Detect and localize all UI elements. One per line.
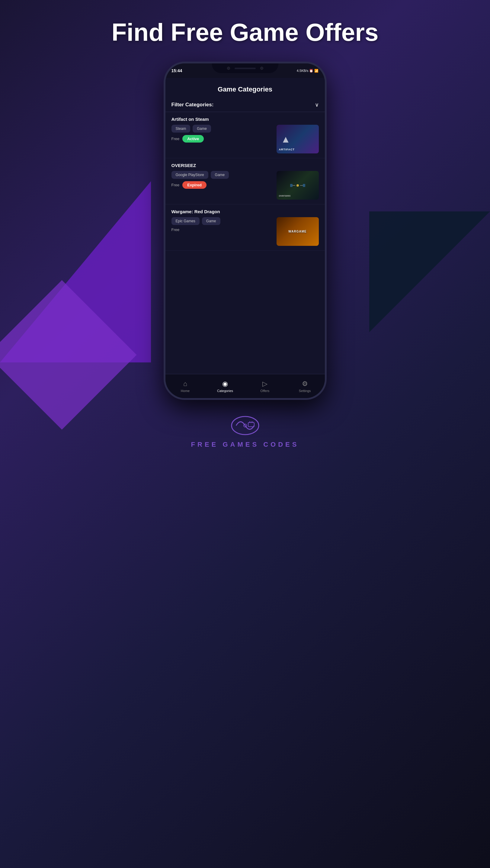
filter-label: Filter Categories: xyxy=(171,102,214,108)
filter-section: Filter Categories: ∨ xyxy=(165,98,325,112)
status-badge-expired[interactable]: Expired xyxy=(182,181,206,189)
phone-screen: Game Categories Filter Categories: ∨ Art… xyxy=(165,78,325,398)
price-status-row-wargame: Free xyxy=(171,227,273,232)
game-content-artifact: Steam Game Free Active ARTIFACT xyxy=(171,125,319,153)
camera-dot-2 xyxy=(260,67,263,70)
game-tags-area-artifact: Steam Game Free Active xyxy=(171,125,273,143)
game-content-wargame: Epic Games Game Free WARGAME xyxy=(171,217,319,246)
speaker-bar xyxy=(235,68,256,69)
page-title: Find Free Game Offers xyxy=(111,18,378,46)
status-badge-active[interactable]: Active xyxy=(182,135,204,143)
game-image-artifact: ARTIFACT xyxy=(276,125,319,153)
categories-icon: ◉ xyxy=(222,380,228,388)
price-artifact: Free xyxy=(171,136,179,141)
tags-row-wargame: Epic Games Game xyxy=(171,217,273,225)
nav-label-offers: Offers xyxy=(261,389,270,393)
home-icon: ⌂ xyxy=(183,380,187,388)
tags-row-artifact: Steam Game xyxy=(171,125,273,132)
bg-triangle-right xyxy=(369,211,490,332)
artifact-image-bg: ARTIFACT xyxy=(276,125,319,153)
game-item-wargame[interactable]: Wargame: Red Dragon Epic Games Game Free xyxy=(165,205,325,251)
game-title-overseez: OVERSEEZ xyxy=(171,163,319,168)
screen-title: Game Categories xyxy=(218,86,272,93)
phone-outer-shell: 15:44 4.5KB/s ⏰ 📶 Game Categories Filter… xyxy=(164,62,327,400)
game-title-wargame: Wargame: Red Dragon xyxy=(171,209,319,214)
game-title-artifact: Artifact on Steam xyxy=(171,117,319,122)
tags-row-overseez: Google PlayStore Game xyxy=(171,171,273,179)
phone-side-button-right xyxy=(325,154,327,187)
tag-game-artifact[interactable]: Game xyxy=(193,125,211,132)
price-status-row-overseez: Free Expired xyxy=(171,181,273,189)
screen-header: Game Categories xyxy=(165,78,325,98)
svg-rect-7 xyxy=(248,423,254,427)
game-image-wargame: WARGAME xyxy=(276,217,319,246)
offers-icon: ▷ xyxy=(262,380,267,388)
chevron-down-icon: ∨ xyxy=(315,101,319,108)
game-item-overseez[interactable]: OVERSEEZ Google PlayStore Game Free Expi… xyxy=(165,158,325,205)
game-tags-area-wargame: Epic Games Game Free xyxy=(171,217,273,232)
tag-google-playstore[interactable]: Google PlayStore xyxy=(171,171,208,179)
bottom-navigation: ⌂ Home ◉ Categories ▷ Offers ⚙ Settings xyxy=(165,374,325,398)
logo-icon xyxy=(230,415,260,436)
nav-item-categories[interactable]: ◉ Categories xyxy=(205,374,245,398)
nav-label-categories: Categories xyxy=(217,389,233,393)
phone-side-button-left xyxy=(164,139,165,160)
nav-item-home[interactable]: ⌂ Home xyxy=(165,374,205,398)
nav-item-settings[interactable]: ⚙ Settings xyxy=(285,374,325,398)
footer-logo-text: FREE GAMES CODES xyxy=(191,441,299,448)
bottom-logo-area: FREE GAMES CODES xyxy=(191,415,299,448)
price-wargame: Free xyxy=(171,227,179,232)
status-time: 15:44 xyxy=(171,68,182,73)
tag-game-overseez[interactable]: Game xyxy=(211,171,229,179)
phone-notch xyxy=(212,63,279,73)
price-overseez: Free xyxy=(171,183,179,187)
nav-label-settings: Settings xyxy=(299,389,311,393)
tag-game-wargame[interactable]: Game xyxy=(202,217,220,225)
nav-item-offers[interactable]: ▷ Offers xyxy=(245,374,285,398)
price-status-row-artifact: Free Active xyxy=(171,135,273,143)
game-item-artifact[interactable]: Artifact on Steam Steam Game Free Active xyxy=(165,112,325,158)
games-list: Artifact on Steam Steam Game Free Active xyxy=(165,112,325,374)
svg-rect-4 xyxy=(303,184,305,187)
nav-label-home: Home xyxy=(181,389,190,393)
svg-rect-3 xyxy=(290,184,293,187)
settings-icon: ⚙ xyxy=(302,380,308,388)
tag-steam[interactable]: Steam xyxy=(171,125,191,132)
wargame-image-bg: WARGAME xyxy=(276,217,319,246)
wargame-label: WARGAME xyxy=(288,230,306,233)
phone-mockup: 15:44 4.5KB/s ⏰ 📶 Game Categories Filter… xyxy=(164,62,327,400)
filter-dropdown[interactable]: Filter Categories: ∨ xyxy=(171,101,319,108)
camera-dot-1 xyxy=(227,67,230,70)
game-content-overseez: Google PlayStore Game Free Expired xyxy=(171,171,319,199)
game-image-overseez: oversees xyxy=(276,171,319,199)
oversees-label: oversees xyxy=(279,194,291,197)
oversees-image-bg: oversees xyxy=(276,171,319,199)
artifact-label: ARTIFACT xyxy=(279,148,295,151)
status-icons: 4.5KB/s ⏰ 📶 xyxy=(297,69,319,73)
game-tags-area-overseez: Google PlayStore Game Free Expired xyxy=(171,171,273,189)
tag-epic-games[interactable]: Epic Games xyxy=(171,217,200,225)
satellite-svg-icon xyxy=(289,179,307,191)
svg-point-0 xyxy=(296,184,299,187)
